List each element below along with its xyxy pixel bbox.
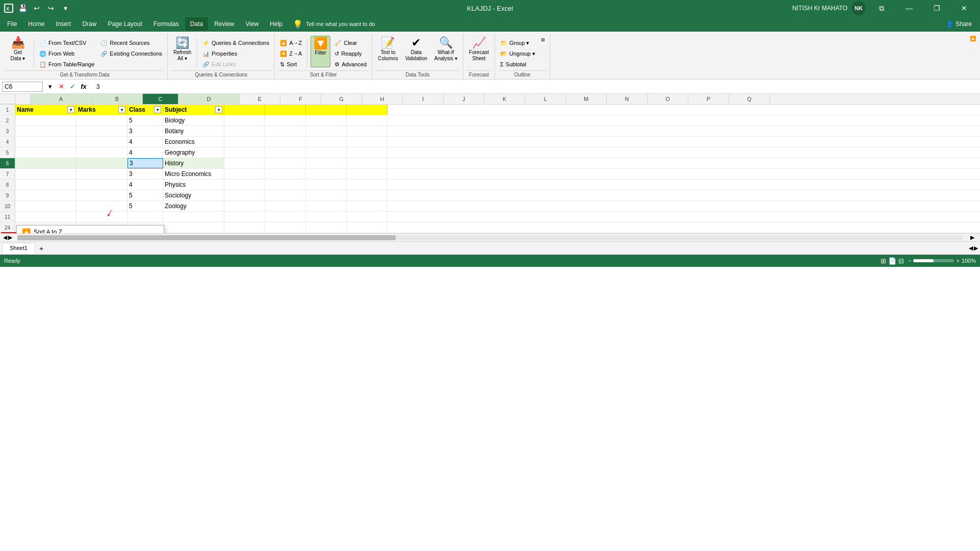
dropdown-sort-az[interactable]: 🔼 Sort A to Z: [17, 226, 164, 233]
cell-B10[interactable]: [76, 201, 127, 211]
cell-B5[interactable]: [76, 147, 127, 158]
corner-cell[interactable]: [0, 94, 15, 104]
minimize-btn[interactable]: —: [897, 0, 921, 16]
col-header-row[interactable]: [15, 94, 31, 104]
col-header-N[interactable]: N: [607, 94, 648, 104]
col-header-L[interactable]: L: [525, 94, 566, 104]
from-text-csv-btn[interactable]: 📄 From Text/CSV: [37, 38, 96, 48]
cell-D3[interactable]: Botany: [163, 126, 224, 136]
undo-btn[interactable]: ↩: [31, 2, 43, 14]
filter-arrow-D[interactable]: ▾: [215, 106, 222, 113]
cell-F11[interactable]: [265, 212, 306, 222]
cell-D8[interactable]: Physics: [163, 180, 224, 190]
cell-F2[interactable]: [265, 115, 306, 126]
row-header-5[interactable]: 5: [0, 147, 15, 158]
cell-G2[interactable]: [306, 115, 347, 126]
cell-D24[interactable]: [163, 222, 224, 233]
col-header-I[interactable]: I: [403, 94, 444, 104]
row-header-11[interactable]: 11: [0, 212, 15, 222]
cell-C1[interactable]: Class ▾: [127, 105, 163, 115]
cell-F5[interactable]: [265, 147, 306, 158]
cell-G3[interactable]: [306, 126, 347, 136]
tab-scroll-left-icon[interactable]: ◀: [969, 245, 973, 252]
cell-F8[interactable]: [265, 180, 306, 190]
cell-C6[interactable]: 3: [127, 158, 163, 168]
cell-H8[interactable]: [347, 180, 388, 190]
cell-E4[interactable]: [224, 137, 265, 147]
row-header-8[interactable]: 8: [0, 180, 15, 190]
clear-btn[interactable]: 🧹 Clear: [332, 38, 369, 48]
col-header-E[interactable]: E: [240, 94, 280, 104]
cell-F3[interactable]: [265, 126, 306, 136]
cell-A5[interactable]: [15, 147, 76, 158]
cell-A4[interactable]: [15, 137, 76, 147]
cell-B11[interactable]: [76, 212, 127, 222]
cell-D5[interactable]: Geography: [163, 147, 224, 158]
horizontal-scrollbar-thumb[interactable]: [17, 235, 396, 240]
cell-B6[interactable]: [76, 158, 127, 168]
cell-H24[interactable]: [347, 222, 388, 233]
cell-E10[interactable]: [224, 201, 265, 211]
cell-F24[interactable]: [265, 222, 306, 233]
cell-C4[interactable]: 4: [127, 137, 163, 147]
cell-F10[interactable]: [265, 201, 306, 211]
row-header-9[interactable]: 9: [0, 190, 15, 201]
what-if-btn[interactable]: 🔍 What-IfAnalysis ▾: [432, 36, 460, 67]
menu-draw[interactable]: Draw: [77, 17, 101, 31]
cell-F1[interactable]: [265, 105, 306, 115]
data-validation-btn[interactable]: ✔ DataValidation: [403, 36, 430, 67]
menu-file[interactable]: File: [2, 17, 22, 31]
cell-H5[interactable]: [347, 147, 388, 158]
cell-C11[interactable]: [127, 212, 163, 222]
col-header-F[interactable]: F: [280, 94, 321, 104]
normal-view-btn[interactable]: ⊞: [881, 257, 886, 265]
cell-C10[interactable]: 5: [127, 201, 163, 211]
sort-za-btn[interactable]: 🔽 Z→A: [278, 48, 304, 59]
cell-G8[interactable]: [306, 180, 347, 190]
user-avatar[interactable]: NK: [852, 1, 866, 15]
col-header-B[interactable]: B: [92, 94, 143, 104]
cell-F7[interactable]: [265, 169, 306, 179]
cell-D10[interactable]: Zoology: [163, 201, 224, 211]
search-label[interactable]: Tell me what you want to do: [306, 21, 375, 27]
cell-A1[interactable]: Name ▾: [15, 105, 76, 115]
menu-data[interactable]: Data: [185, 17, 208, 31]
cell-H10[interactable]: [347, 201, 388, 211]
cell-E2[interactable]: [224, 115, 265, 126]
cell-A11[interactable]: [15, 212, 76, 222]
cell-E24[interactable]: [224, 222, 265, 233]
cell-H2[interactable]: [347, 115, 388, 126]
cell-H3[interactable]: [347, 126, 388, 136]
cell-H1[interactable]: [347, 105, 388, 115]
cell-F6[interactable]: [265, 158, 306, 168]
col-header-Q[interactable]: Q: [729, 94, 770, 104]
sort-btn[interactable]: ⇅ Sort: [278, 59, 304, 69]
cell-E11[interactable]: [224, 212, 265, 222]
row-header-24[interactable]: 24: [0, 222, 15, 233]
cell-G9[interactable]: [306, 190, 347, 201]
menu-home[interactable]: Home: [23, 17, 49, 31]
col-header-D[interactable]: D: [178, 94, 240, 104]
col-header-H[interactable]: H: [362, 94, 403, 104]
col-header-K[interactable]: K: [484, 94, 525, 104]
cell-A8[interactable]: [15, 180, 76, 190]
properties-btn[interactable]: 📊 Properties: [200, 48, 271, 59]
cell-A6[interactable]: [15, 158, 76, 168]
cell-C3[interactable]: 3: [127, 126, 163, 136]
recent-sources-btn[interactable]: 🕒 Recent Sources: [98, 38, 164, 48]
reapply-btn[interactable]: ↺ Reapply: [332, 48, 369, 59]
cell-C8[interactable]: 4: [127, 180, 163, 190]
page-break-view-btn[interactable]: ⊟: [898, 257, 904, 265]
cell-A10[interactable]: [15, 201, 76, 211]
sort-az-btn[interactable]: 🔼 A→Z: [278, 38, 304, 48]
menu-help[interactable]: Help: [265, 17, 288, 31]
filter-arrow-C[interactable]: ▾: [154, 106, 161, 113]
menu-review[interactable]: Review: [209, 17, 239, 31]
cell-E3[interactable]: [224, 126, 265, 136]
cell-G11[interactable]: [306, 212, 347, 222]
text-to-columns-btn[interactable]: 📝 Text toColumns: [375, 36, 400, 67]
close-btn[interactable]: ✕: [952, 0, 976, 16]
cell-H6[interactable]: [347, 158, 388, 168]
row-header-2[interactable]: 2: [0, 115, 15, 126]
save-btn[interactable]: 💾: [16, 2, 29, 14]
